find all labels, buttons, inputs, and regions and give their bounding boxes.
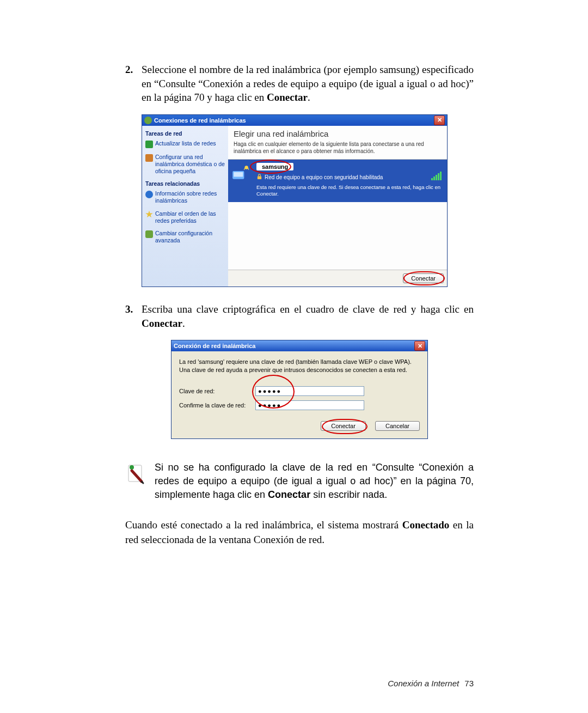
dialog-titlebar[interactable]: Conexión de red inalámbrica ✕ [171,340,427,351]
svg-rect-3 [258,176,261,180]
page-footer: Conexión a Internet 73 [388,679,474,688]
close-button[interactable]: ✕ [434,115,445,125]
sidebar-item-refresh[interactable]: Actualizar lista de redes [145,140,225,148]
page-number: 73 [464,679,474,688]
refresh-icon [145,141,153,148]
close-icon: ✕ [437,117,442,123]
step-3-number: 3. [125,302,142,330]
window-title: Conexiones de red inalámbricas [154,117,434,124]
adhoc-network-icon [231,163,250,181]
dialog-close-button[interactable]: ✕ [414,341,425,351]
info-note: Si no se ha configurado la clave de la r… [125,461,474,502]
main-header: Elegir una red inalámbrica [228,126,447,139]
step-3-text: Escriba una clave criptográfica en el cu… [142,302,474,330]
dialog-title: Conexión de red inalámbrica [174,343,414,349]
network-item-samsung[interactable]: samsung Red de equipo a equipo con segur… [228,160,447,202]
window-titlebar[interactable]: Conexiones de red inalámbricas ✕ [142,115,447,126]
network-list: samsung Red de equipo a equipo con segur… [228,159,447,270]
dialog-description: La red 'samsung' requiere una clave de r… [179,358,420,374]
result-paragraph: Cuando esté conectado a la red inalámbri… [125,518,474,547]
lock-icon [256,174,262,181]
network-ssid: samsung [256,163,293,170]
network-note: Esta red requiere una clave de red. Si d… [256,184,443,198]
step-2: 2. Seleccione el nombre de la red inalám… [125,63,474,105]
gear-icon [145,230,153,238]
info-icon [145,191,153,198]
label-network-key: Clave de red: [179,388,255,394]
sidebar-item-setup[interactable]: Configurar una red inalámbrica doméstica… [145,154,225,175]
network-desc: Red de equipo a equipo con seguridad hab… [265,174,383,180]
signal-strength-icon [431,172,442,180]
setup-icon [145,154,153,162]
network-key-input[interactable] [255,386,364,396]
sidebar-item-advanced[interactable]: Cambiar configuración avanzada [145,230,225,244]
sidebar-item-learn[interactable]: Información sobre redes inalámbricas [145,190,225,204]
svg-rect-1 [234,172,243,177]
window-footer: Conectar [228,270,447,287]
network-key-dialog: Conexión de red inalámbrica ✕ La red 'sa… [171,340,428,439]
connect-button[interactable]: Conectar [403,273,444,283]
dialog-cancel-button[interactable]: Cancelar [375,421,420,431]
wireless-networks-window: Conexiones de red inalámbricas ✕ Tareas … [142,114,448,287]
note-icon [125,461,155,502]
antenna-icon [144,117,152,124]
step-2-number: 2. [125,63,142,105]
dialog-connect-button[interactable]: Conectar [321,421,366,431]
svg-point-5 [130,465,134,470]
main-pane: Elegir una red inalámbrica Haga clic en … [228,126,447,287]
label-confirm-key: Confirme la clave de red: [179,402,255,409]
step-2-text: Seleccione el nombre de la red inalámbri… [142,63,474,105]
main-subheader: Haga clic en cualquier elemento de la si… [228,139,447,159]
star-icon [145,211,153,218]
sidebar-item-order[interactable]: Cambiar el orden de las redes preferidas [145,210,225,224]
footer-label: Conexión a Internet [388,679,459,688]
close-icon: ✕ [418,343,422,349]
sidebar-header-tasks: Tareas de red [145,130,225,137]
sidebar-header-related: Tareas relacionadas [145,180,225,187]
step-3: 3. Escriba una clave criptográfica en el… [125,302,474,330]
sidebar: Tareas de red Actualizar lista de redes … [142,126,228,287]
confirm-key-input[interactable] [255,400,364,410]
